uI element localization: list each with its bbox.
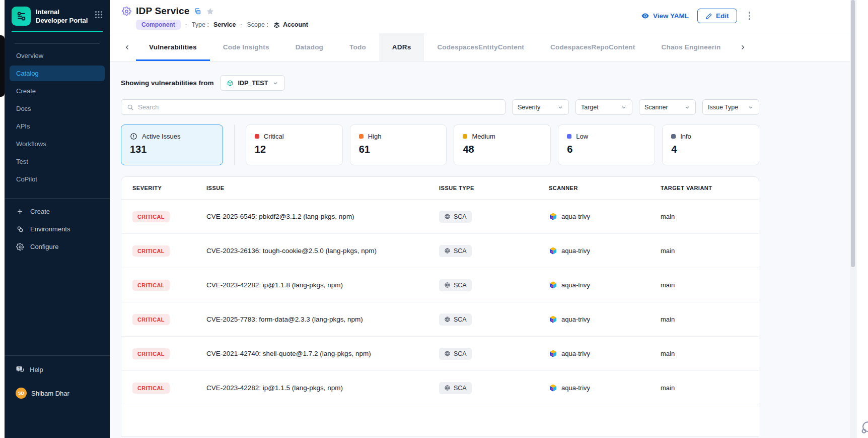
summary-card-active-issues[interactable]: Active Issues131	[121, 124, 223, 165]
summary-card-critical[interactable]: Critical12	[246, 124, 343, 165]
sidebar-item-workflows[interactable]: Workflows	[10, 136, 105, 152]
environments-icon	[16, 225, 24, 233]
table-row[interactable]: CRITICALCVE-2023-42282: ip@1.1.8 (lang-p…	[121, 268, 759, 302]
severity-dot	[463, 134, 467, 139]
entity-gear-icon	[122, 7, 131, 16]
page-header: IDP Service Component · Type : Service ·…	[110, 0, 850, 33]
scanner-cell: aqua-trivy	[549, 384, 661, 392]
sidebar-item-create[interactable]: Create	[10, 83, 105, 99]
tab-todo[interactable]: Todo	[336, 33, 379, 61]
type-value: Service	[213, 21, 236, 28]
column-header-issue-type: ISSUE TYPE	[439, 185, 549, 191]
project-select[interactable]: IDP_TEST	[220, 75, 285, 91]
search-box	[121, 99, 505, 115]
severity-badge: CRITICAL	[132, 314, 170, 325]
summary-card-info[interactable]: Info4	[662, 124, 759, 165]
edit-button[interactable]: Edit	[697, 9, 737, 23]
showing-label: Showing vulnerabilities from	[121, 79, 214, 87]
issue-title: CVE-2025-7783: form-data@2.3.3 (lang-pkg…	[206, 316, 439, 323]
sca-web-icon	[444, 385, 451, 391]
chevron-down-icon	[272, 80, 278, 86]
tab-bar: VulnerabilitiesCode InsightsDatadogTodoA…	[110, 33, 850, 61]
filter-select-scanner[interactable]: Scanner	[639, 99, 696, 115]
search-input[interactable]	[138, 103, 499, 111]
app-brand[interactable]: Internal Developer Portal	[5, 0, 110, 26]
scanner-cell: aqua-trivy	[549, 315, 661, 324]
sidebar-item-apis[interactable]: APIs	[10, 118, 105, 134]
aqua-trivy-icon	[549, 246, 557, 255]
table-row[interactable]: CRITICALCVE-2025-6545: pbkdf2@3.1.2 (lan…	[121, 200, 759, 234]
severity-badge: CRITICAL	[132, 383, 170, 394]
severity-badge: CRITICAL	[132, 280, 170, 291]
left-edge-panel	[0, 35, 5, 97]
card-count: 6	[567, 144, 646, 155]
tab-adrs[interactable]: ADRs	[379, 33, 424, 61]
filter-select-target[interactable]: Target	[575, 99, 632, 115]
svg-text:?: ?	[18, 366, 20, 370]
right-edge-panel	[856, 0, 868, 438]
issue-title: CVE-2023-42282: ip@1.1.8 (lang-pkgs, npm…	[206, 281, 439, 289]
scanner-cell: aqua-trivy	[549, 246, 661, 255]
severity-dot	[671, 134, 676, 139]
card-count: 61	[359, 144, 438, 155]
account-stack-icon	[273, 21, 280, 29]
tab-codespacesrepocontent[interactable]: CodespacesRepoContent	[537, 33, 648, 61]
user-menu[interactable]: SD Shibam Dhar	[16, 388, 100, 399]
table-row[interactable]: CRITICALCVE-2021-42740: shell-quote@1.7.…	[121, 337, 759, 371]
tab-datadog[interactable]: Datadog	[282, 33, 336, 61]
more-options-icon[interactable]	[746, 10, 754, 22]
sca-web-icon	[444, 282, 451, 288]
table-row[interactable]: CRITICALCVE-2023-26136: tough-cookie@2.5…	[121, 234, 759, 268]
scrollbar-thumb[interactable]	[851, 0, 855, 267]
brand-underline	[12, 31, 103, 32]
dot-separator: ·	[185, 21, 187, 28]
star-icon[interactable]	[206, 7, 214, 16]
card-count: 4	[671, 144, 750, 155]
issue-type-chip: SCA	[439, 348, 472, 360]
filter-select-issue-type[interactable]: Issue Type	[702, 99, 759, 115]
summary-card-high[interactable]: High61	[350, 124, 447, 165]
target-variant: main	[661, 247, 759, 255]
severity-dot	[567, 134, 571, 139]
sca-web-icon	[444, 350, 451, 357]
target-variant: main	[661, 316, 759, 323]
severity-dot	[359, 134, 364, 139]
sidebar-item-test[interactable]: Test	[10, 154, 105, 169]
scanner-cell: aqua-trivy	[549, 349, 661, 358]
tab-vulnerabilities[interactable]: Vulnerabilities	[136, 33, 210, 61]
sidebar-action-configure[interactable]: Configure	[5, 238, 110, 256]
tab-code-insights[interactable]: Code Insights	[210, 33, 282, 61]
issue-icon	[130, 133, 137, 140]
column-header-target-variant: TARGET VARIANT	[661, 185, 759, 191]
issue-title: CVE-2023-42282: ip@1.1.5 (lang-pkgs, npm…	[206, 384, 439, 392]
pencil-icon	[705, 13, 712, 20]
divider	[15, 43, 100, 44]
sidebar-action-environments[interactable]: Environments	[5, 220, 110, 238]
summary-card-low[interactable]: Low6	[558, 124, 655, 165]
gear-icon	[16, 243, 24, 251]
table-row[interactable]: CRITICALCVE-2025-7783: form-data@2.3.3 (…	[121, 302, 759, 337]
tab-codespacesentitycontent[interactable]: CodespacesEntityContent	[424, 33, 537, 61]
tabs-scroll-right-icon[interactable]	[734, 33, 751, 61]
card-count: 12	[255, 144, 334, 155]
sidebar-action-create[interactable]: Create	[5, 203, 110, 220]
help-widget-icon[interactable]	[859, 419, 868, 437]
module-grid-icon[interactable]	[95, 7, 103, 19]
aqua-trivy-icon	[549, 349, 557, 358]
tabs-scroll-left-icon[interactable]	[119, 33, 136, 61]
help-button[interactable]: ? Help	[16, 362, 100, 377]
sca-web-icon	[444, 247, 451, 254]
tab-chaos-engineerin[interactable]: Chaos Engineerin	[648, 33, 734, 61]
view-yaml-button[interactable]: View YAML	[641, 12, 689, 20]
issue-type-chip: SCA	[439, 211, 472, 223]
aqua-trivy-icon	[549, 384, 557, 392]
summary-card-medium[interactable]: Medium48	[454, 124, 551, 165]
sidebar-item-catalog[interactable]: Catalog	[10, 66, 105, 81]
sidebar-item-overview[interactable]: Overview	[10, 48, 105, 64]
sidebar-item-docs[interactable]: Docs	[10, 101, 105, 116]
table-row[interactable]: CRITICALCVE-2023-42282: ip@1.1.5 (lang-p…	[121, 371, 759, 405]
sidebar-bottom: ? Help SD Shibam Dhar	[5, 355, 110, 438]
sidebar-item-copilot[interactable]: CoPilot	[10, 171, 105, 187]
filter-select-severity[interactable]: Severity	[512, 99, 569, 115]
copy-icon[interactable]	[194, 8, 201, 15]
